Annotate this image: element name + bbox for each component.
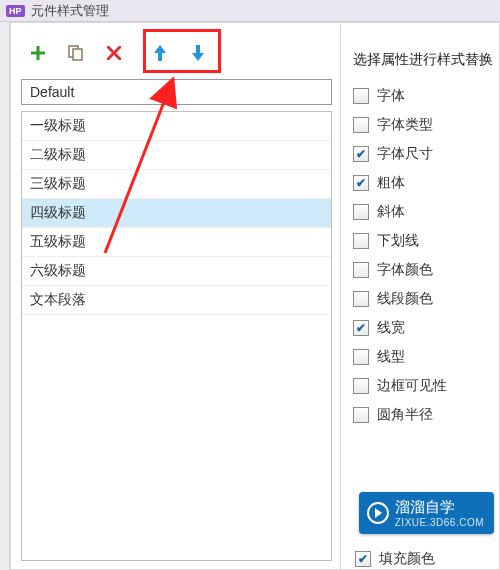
right-pane: 选择属性进行样式替换 字体字体类型字体尺寸粗体斜体下划线字体颜色线段颜色线宽线型… <box>341 23 499 569</box>
attribute-row: 圆角半径 <box>353 406 495 424</box>
add-button[interactable] <box>27 42 49 64</box>
style-list-item[interactable]: 二级标题 <box>22 141 331 170</box>
checkbox[interactable] <box>353 407 369 423</box>
style-list-item[interactable]: 一级标题 <box>22 112 331 141</box>
attribute-row: 线型 <box>353 348 495 366</box>
reorder-buttons <box>141 38 217 68</box>
x-icon <box>107 46 121 60</box>
checkbox[interactable] <box>353 117 369 133</box>
attribute-row: 下划线 <box>353 232 495 250</box>
default-style-label[interactable]: Default <box>21 79 332 105</box>
style-list-item[interactable]: 三级标题 <box>22 170 331 199</box>
attribute-label: 字体类型 <box>377 116 433 134</box>
plus-icon <box>30 45 46 61</box>
copy-icon <box>68 45 84 61</box>
watermark-brand: 溜溜自学 <box>395 498 455 515</box>
attribute-checklist: 字体字体类型字体尺寸粗体斜体下划线字体颜色线段颜色线宽线型边框可见性圆角半径 <box>353 87 495 424</box>
checkbox[interactable] <box>353 88 369 104</box>
window-titlebar: HP 元件样式管理 <box>0 0 500 22</box>
attribute-row: 粗体 <box>353 174 495 192</box>
attribute-label: 线段颜色 <box>377 290 433 308</box>
cropped-attribute-row: 填充颜色 <box>355 550 435 568</box>
window-left-border <box>0 22 10 570</box>
attribute-label: 下划线 <box>377 232 419 250</box>
move-up-button[interactable] <box>149 42 171 64</box>
window-title: 元件样式管理 <box>31 2 109 20</box>
style-list-item[interactable]: 文本段落 <box>22 286 331 315</box>
attribute-label: 填充颜色 <box>379 550 435 568</box>
attribute-label: 粗体 <box>377 174 405 192</box>
attribute-label: 字体 <box>377 87 405 105</box>
checkbox[interactable] <box>353 291 369 307</box>
attribute-label: 线型 <box>377 348 405 366</box>
app-badge: HP <box>6 5 25 17</box>
attribute-row: 斜体 <box>353 203 495 221</box>
content-area: Default 一级标题二级标题三级标题四级标题五级标题六级标题文本段落 选择属… <box>0 22 500 570</box>
attribute-row: 边框可见性 <box>353 377 495 395</box>
svg-rect-4 <box>73 49 82 60</box>
checkbox[interactable] <box>353 146 369 162</box>
attribute-row: 字体 <box>353 87 495 105</box>
checkbox[interactable] <box>353 175 369 191</box>
main-panel: Default 一级标题二级标题三级标题四级标题五级标题六级标题文本段落 选择属… <box>10 22 500 570</box>
right-panel-title: 选择属性进行样式替换 <box>353 51 495 69</box>
arrow-down-icon <box>191 44 205 62</box>
attribute-label: 字体颜色 <box>377 261 433 279</box>
svg-rect-2 <box>31 52 45 55</box>
play-icon <box>367 502 389 524</box>
checkbox[interactable] <box>353 204 369 220</box>
style-list: 一级标题二级标题三级标题四级标题五级标题六级标题文本段落 <box>21 111 332 561</box>
style-list-item[interactable]: 六级标题 <box>22 257 331 286</box>
attribute-label: 边框可见性 <box>377 377 447 395</box>
attribute-row: 字体颜色 <box>353 261 495 279</box>
attribute-label: 圆角半径 <box>377 406 433 424</box>
checkbox[interactable] <box>353 349 369 365</box>
style-list-item[interactable]: 五级标题 <box>22 228 331 257</box>
attribute-row: 线宽 <box>353 319 495 337</box>
attribute-label: 线宽 <box>377 319 405 337</box>
style-list-item[interactable]: 四级标题 <box>22 199 331 228</box>
attribute-row: 字体类型 <box>353 116 495 134</box>
delete-button[interactable] <box>103 42 125 64</box>
move-down-button[interactable] <box>187 42 209 64</box>
arrow-up-icon <box>153 44 167 62</box>
checkbox[interactable] <box>353 378 369 394</box>
checkbox[interactable] <box>353 233 369 249</box>
copy-button[interactable] <box>65 42 87 64</box>
toolbar <box>21 33 332 73</box>
watermark-url: ZIXUE.3D66.COM <box>395 517 484 528</box>
attribute-row: 线段颜色 <box>353 290 495 308</box>
checkbox[interactable] <box>353 262 369 278</box>
attribute-row: 字体尺寸 <box>353 145 495 163</box>
left-pane: Default 一级标题二级标题三级标题四级标题五级标题六级标题文本段落 <box>11 23 341 569</box>
attribute-label: 字体尺寸 <box>377 145 433 163</box>
watermark-badge: 溜溜自学 ZIXUE.3D66.COM <box>359 492 494 534</box>
checkbox[interactable] <box>353 320 369 336</box>
attribute-label: 斜体 <box>377 203 405 221</box>
checkbox[interactable] <box>355 551 371 567</box>
